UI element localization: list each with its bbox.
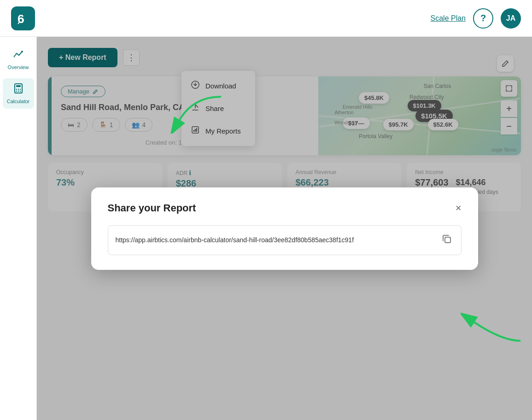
svg-point-10 [18, 91, 18, 92]
help-button[interactable]: ? [473, 8, 493, 29]
svg-rect-5 [16, 85, 21, 87]
svg-point-7 [18, 89, 18, 90]
nav-right: Scale Plan ? JA [431, 8, 521, 29]
url-field: https://app.airbtics.com/airbnb-calculat… [108, 225, 462, 255]
main-content: + New Report ⋮ Download [37, 37, 532, 420]
main-layout: Overview Calculator + New Report [0, 37, 532, 420]
sidebar-item-overview[interactable]: Overview [3, 44, 34, 75]
share-url: https://app.airbtics.com/airbnb-calculat… [116, 236, 440, 244]
sidebar-calculator-label: Calculator [7, 99, 30, 104]
sidebar-overview-label: Overview [8, 64, 29, 70]
top-navigation: 6 Scale Plan ? JA [0, 0, 532, 37]
svg-point-6 [16, 89, 17, 90]
modal-close-button[interactable]: × [456, 203, 462, 213]
copy-url-button[interactable] [440, 232, 454, 248]
svg-point-9 [16, 91, 17, 92]
app-logo: 6 [11, 6, 35, 30]
overview-icon [13, 49, 24, 63]
modal-overlay[interactable]: Share your Report × https://app.airbtics… [37, 37, 532, 420]
modal-header: Share your Report × [108, 202, 462, 214]
scale-plan-link[interactable]: Scale Plan [431, 14, 466, 23]
svg-rect-17 [445, 237, 450, 243]
share-modal: Share your Report × https://app.airbtics… [91, 187, 478, 270]
svg-point-11 [19, 91, 20, 92]
sidebar: Overview Calculator [0, 37, 37, 420]
calculator-icon [13, 83, 24, 97]
sidebar-item-calculator[interactable]: Calculator [3, 78, 34, 109]
user-avatar[interactable]: JA [501, 8, 521, 29]
svg-point-8 [19, 89, 20, 90]
modal-title: Share your Report [108, 202, 196, 214]
svg-point-3 [21, 51, 23, 52]
